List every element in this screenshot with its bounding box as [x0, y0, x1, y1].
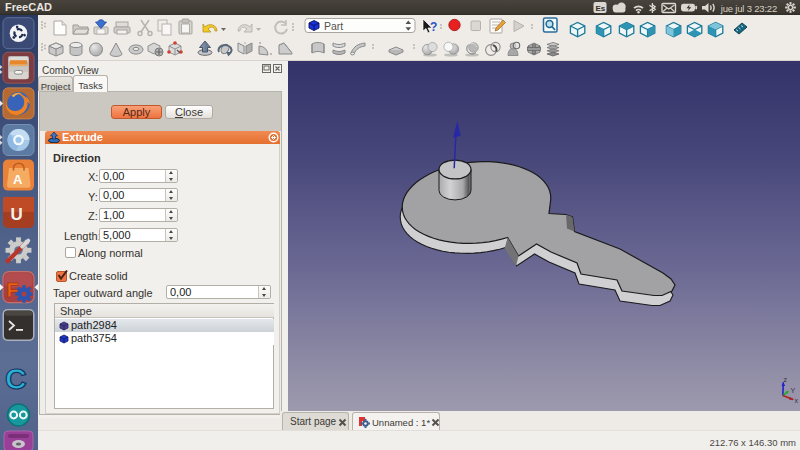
svg-text:Part: Part [324, 20, 343, 32]
svg-text:x: x [795, 397, 799, 404]
svg-text:F: F [7, 279, 19, 301]
svg-text:Y: Y [791, 387, 796, 394]
svg-text:Es: Es [596, 4, 606, 13]
svg-text:z: z [784, 376, 788, 383]
svg-text:C: C [5, 362, 27, 395]
svg-text:A: A [13, 172, 23, 187]
svg-text:?: ? [430, 20, 437, 34]
svg-text:U: U [11, 205, 23, 224]
